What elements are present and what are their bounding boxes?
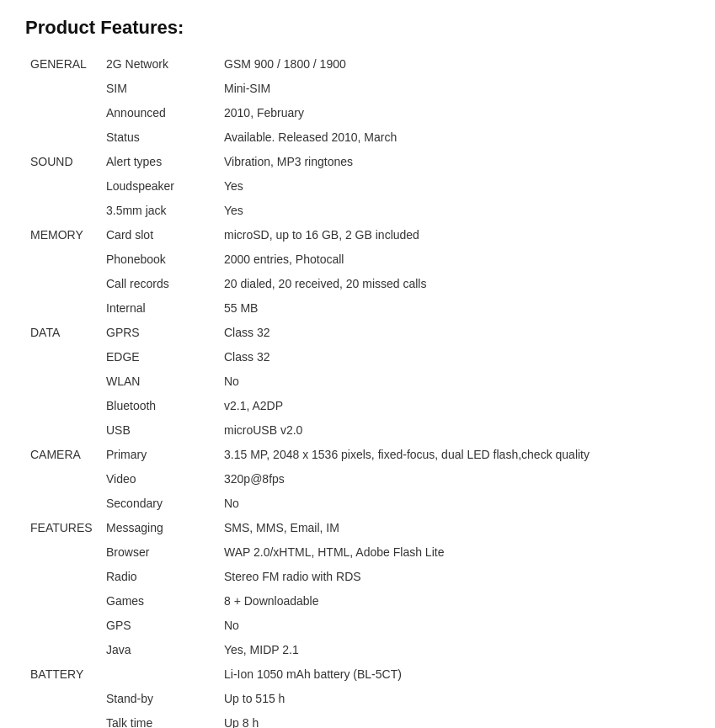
- category-cell: GENERAL: [25, 52, 101, 77]
- feature-cell: Alert types: [101, 150, 219, 174]
- value-cell: No: [219, 614, 690, 638]
- table-row: SOUNDAlert typesVibration, MP3 ringtones: [25, 150, 690, 174]
- value-cell: Vibration, MP3 ringtones: [219, 150, 690, 174]
- table-row: StatusAvailable. Released 2010, March: [25, 125, 690, 150]
- value-cell: Available. Released 2010, March: [219, 125, 690, 150]
- feature-cell: Secondary: [101, 492, 219, 516]
- category-cell: [25, 687, 101, 711]
- category-cell: [25, 565, 101, 589]
- category-cell: [25, 101, 101, 125]
- table-row: BrowserWAP 2.0/xHTML, HTML, Adobe Flash …: [25, 540, 690, 565]
- feature-cell: Call records: [101, 272, 219, 296]
- table-row: BATTERYLi-Ion 1050 mAh battery (BL-5CT): [25, 662, 690, 687]
- value-cell: 55 MB: [219, 296, 690, 321]
- table-row: GENERAL2G NetworkGSM 900 / 1800 / 1900: [25, 52, 690, 77]
- table-row: USBmicroUSB v2.0: [25, 418, 690, 443]
- category-cell: CAMERA: [25, 443, 101, 467]
- value-cell: Yes: [219, 199, 690, 223]
- feature-cell: WLAN: [101, 369, 219, 394]
- category-cell: [25, 540, 101, 565]
- feature-cell: Announced: [101, 101, 219, 125]
- value-cell: 3.15 MP, 2048 x 1536 pixels, fixed-focus…: [219, 443, 690, 467]
- value-cell: Class 32: [219, 321, 690, 345]
- value-cell: microUSB v2.0: [219, 418, 690, 443]
- value-cell: 8 + Downloadable: [219, 589, 690, 614]
- feature-cell: Games: [101, 589, 219, 614]
- category-cell: [25, 369, 101, 394]
- category-cell: [25, 492, 101, 516]
- feature-cell: EDGE: [101, 345, 219, 369]
- table-row: Stand-byUp to 515 h: [25, 687, 690, 711]
- feature-cell: 3.5mm jack: [101, 199, 219, 223]
- value-cell: No: [219, 492, 690, 516]
- category-cell: [25, 272, 101, 296]
- value-cell: Stereo FM radio with RDS: [219, 565, 690, 589]
- value-cell: Yes, MIDP 2.1: [219, 638, 690, 662]
- category-cell: [25, 418, 101, 443]
- feature-cell: Card slot: [101, 223, 219, 247]
- value-cell: Up to 515 h: [219, 687, 690, 711]
- category-cell: [25, 345, 101, 369]
- value-cell: Mini-SIM: [219, 77, 690, 101]
- feature-cell: Stand-by: [101, 687, 219, 711]
- feature-cell: GPRS: [101, 321, 219, 345]
- category-cell: [25, 614, 101, 638]
- table-row: GPSNo: [25, 614, 690, 638]
- table-row: LoudspeakerYes: [25, 174, 690, 199]
- feature-cell: Bluetooth: [101, 394, 219, 418]
- table-row: FEATURESMessagingSMS, MMS, Email, IM: [25, 516, 690, 540]
- table-row: Phonebook2000 entries, Photocall: [25, 247, 690, 272]
- table-row: JavaYes, MIDP 2.1: [25, 638, 690, 662]
- category-cell: [25, 174, 101, 199]
- category-cell: FEATURES: [25, 516, 101, 540]
- feature-cell: SIM: [101, 77, 219, 101]
- category-cell: [25, 125, 101, 150]
- category-cell: [25, 199, 101, 223]
- feature-cell: Loudspeaker: [101, 174, 219, 199]
- table-row: EDGEClass 32: [25, 345, 690, 369]
- feature-cell: USB: [101, 418, 219, 443]
- feature-cell: 2G Network: [101, 52, 219, 77]
- table-row: SecondaryNo: [25, 492, 690, 516]
- feature-cell: Browser: [101, 540, 219, 565]
- table-row: RadioStereo FM radio with RDS: [25, 565, 690, 589]
- category-cell: [25, 296, 101, 321]
- category-cell: BATTERY: [25, 662, 101, 687]
- value-cell: Up 8 h: [219, 711, 690, 728]
- table-row: WLANNo: [25, 369, 690, 394]
- value-cell: Li-Ion 1050 mAh battery (BL-5CT): [219, 662, 690, 687]
- category-cell: [25, 77, 101, 101]
- table-row: Bluetoothv2.1, A2DP: [25, 394, 690, 418]
- value-cell: 20 dialed, 20 received, 20 missed calls: [219, 272, 690, 296]
- table-row: DATAGPRSClass 32: [25, 321, 690, 345]
- feature-cell: Internal: [101, 296, 219, 321]
- value-cell: v2.1, A2DP: [219, 394, 690, 418]
- feature-cell: Primary: [101, 443, 219, 467]
- value-cell: WAP 2.0/xHTML, HTML, Adobe Flash Lite: [219, 540, 690, 565]
- category-cell: [25, 394, 101, 418]
- category-cell: SOUND: [25, 150, 101, 174]
- category-cell: [25, 247, 101, 272]
- value-cell: microSD, up to 16 GB, 2 GB included: [219, 223, 690, 247]
- value-cell: No: [219, 369, 690, 394]
- value-cell: GSM 900 / 1800 / 1900: [219, 52, 690, 77]
- table-row: 3.5mm jackYes: [25, 199, 690, 223]
- value-cell: Yes: [219, 174, 690, 199]
- category-cell: [25, 467, 101, 492]
- feature-cell: [101, 662, 219, 687]
- feature-cell: Video: [101, 467, 219, 492]
- page-title: Product Features:: [25, 17, 690, 39]
- table-row: Internal55 MB: [25, 296, 690, 321]
- feature-cell: Phonebook: [101, 247, 219, 272]
- value-cell: 2010, February: [219, 101, 690, 125]
- category-cell: MEMORY: [25, 223, 101, 247]
- feature-cell: Radio: [101, 565, 219, 589]
- table-row: Call records20 dialed, 20 received, 20 m…: [25, 272, 690, 296]
- category-cell: DATA: [25, 321, 101, 345]
- table-row: Video320p@8fps: [25, 467, 690, 492]
- table-row: SIMMini-SIM: [25, 77, 690, 101]
- feature-cell: Messaging: [101, 516, 219, 540]
- category-cell: [25, 711, 101, 728]
- value-cell: Class 32: [219, 345, 690, 369]
- table-row: Announced2010, February: [25, 101, 690, 125]
